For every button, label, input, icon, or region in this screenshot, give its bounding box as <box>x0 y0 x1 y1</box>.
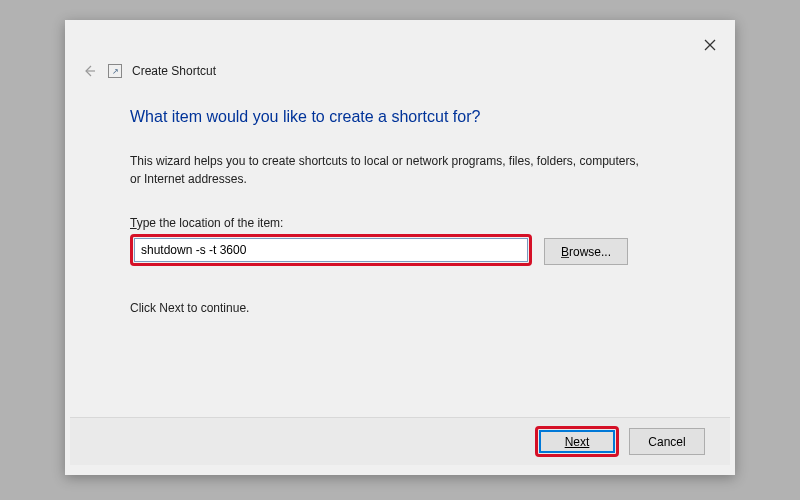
wizard-description: This wizard helps you to create shortcut… <box>130 152 650 188</box>
next-button[interactable]: Next <box>539 430 615 453</box>
back-arrow-icon <box>82 64 96 78</box>
next-button-highlight: Next <box>535 426 619 457</box>
location-input[interactable] <box>134 238 528 262</box>
page-heading: What item would you like to create a sho… <box>130 108 695 126</box>
dialog-content: What item would you like to create a sho… <box>130 108 695 315</box>
close-button[interactable] <box>695 30 725 60</box>
input-row: Browse... <box>130 234 695 266</box>
browse-button[interactable]: Browse... <box>544 238 628 265</box>
continue-instruction: Click Next to continue. <box>130 301 695 315</box>
window-title: Create Shortcut <box>132 64 216 78</box>
dialog-header: ↗ Create Shortcut <box>80 62 216 80</box>
location-label: Type the location of the item: <box>130 216 695 230</box>
location-input-highlight <box>130 234 532 266</box>
cancel-button[interactable]: Cancel <box>629 428 705 455</box>
shortcut-icon: ↗ <box>108 64 122 78</box>
back-button[interactable] <box>80 62 98 80</box>
create-shortcut-dialog: ↗ Create Shortcut What item would you li… <box>65 20 735 475</box>
dialog-footer: Next Cancel <box>70 417 730 465</box>
close-icon <box>704 39 716 51</box>
